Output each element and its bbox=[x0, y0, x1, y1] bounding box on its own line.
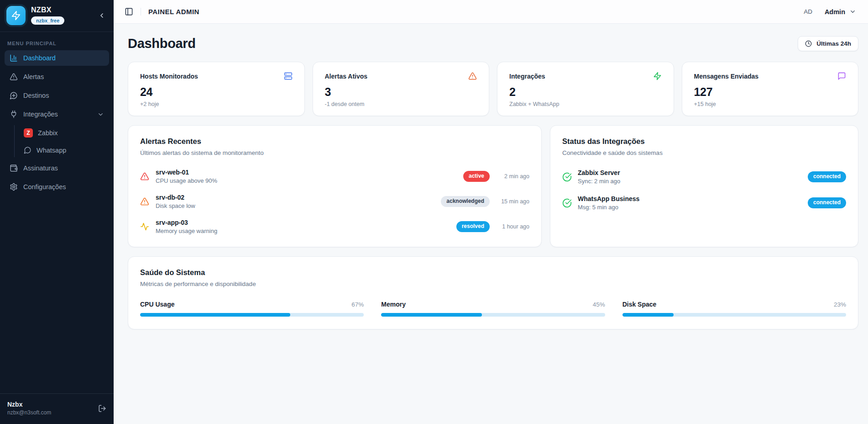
sidebar-subitem-label: Whatsapp bbox=[37, 147, 66, 154]
user-email: nzbx@n3soft.com bbox=[7, 409, 51, 416]
sidebar-item-label: Integrações bbox=[23, 111, 58, 118]
alert-triangle-icon bbox=[468, 72, 477, 80]
progress-bar-fill bbox=[140, 313, 290, 317]
alert-time: 2 min ago bbox=[496, 173, 529, 180]
integrations-status-card: Status das Integrações Conectividade e s… bbox=[550, 125, 858, 247]
alert-row: srv-db-02 Disk space low acknowledged 15… bbox=[140, 194, 529, 209]
sidebar-item-integracoes[interactable]: Integrações bbox=[5, 106, 109, 122]
stat-sub: Zabbix + WhatsApp bbox=[509, 101, 662, 107]
progress-bar bbox=[622, 313, 846, 317]
sidebar-nav: Dashboard Alertas Destinos Integrações Z… bbox=[0, 50, 114, 195]
topbar: PAINEL ADMIN AD Admin bbox=[114, 0, 868, 24]
connection-badge: connected bbox=[808, 197, 846, 208]
system-health-title: Saúde do Sistema bbox=[140, 268, 846, 277]
sidebar-item-alertas[interactable]: Alertas bbox=[5, 69, 109, 85]
zap-icon bbox=[653, 72, 662, 80]
chevron-down-icon bbox=[849, 8, 856, 15]
brand-logo bbox=[6, 6, 26, 25]
dashboard-content: Dashboard Últimas 24h Hosts Monitorados … bbox=[114, 24, 868, 424]
time-filter-button[interactable]: Últimas 24h bbox=[798, 36, 858, 51]
alert-host: srv-db-02 bbox=[156, 194, 195, 201]
stat-sub: +15 hoje bbox=[694, 101, 847, 107]
admin-user-menu[interactable]: Admin bbox=[825, 8, 856, 16]
stat-value: 24 bbox=[140, 85, 293, 99]
sidebar-item-label: Assinaturas bbox=[23, 164, 58, 172]
chevron-left-icon bbox=[98, 12, 105, 19]
gear-icon bbox=[10, 183, 18, 191]
stats-row: Hosts Monitorados 24 +2 hoje Alertas Ati… bbox=[128, 62, 858, 116]
check-circle-icon bbox=[562, 172, 572, 182]
sidebar-item-dashboard[interactable]: Dashboard bbox=[5, 50, 109, 66]
metric-label: Memory bbox=[381, 301, 406, 308]
stat-sub: -1 desde ontem bbox=[325, 101, 477, 107]
status-badge: resolved bbox=[456, 221, 490, 232]
alert-message: CPU usage above 90% bbox=[156, 177, 217, 184]
stat-value: 2 bbox=[509, 85, 662, 99]
sidebar-item-label: Alertas bbox=[23, 73, 44, 80]
sidebar-subitem-zabbix[interactable]: Z Zabbix bbox=[20, 125, 109, 141]
sidebar-subitem-whatsapp[interactable]: Whatsapp bbox=[20, 143, 109, 157]
chevron-down-icon bbox=[97, 111, 104, 118]
stat-value: 3 bbox=[325, 85, 477, 99]
alert-time: 15 min ago bbox=[496, 198, 529, 205]
metric-label: CPU Usage bbox=[140, 301, 174, 308]
time-filter-label: Últimas 24h bbox=[816, 40, 851, 47]
progress-bar bbox=[381, 313, 605, 317]
integration-row: WhatsApp Business Msg: 5 min ago connect… bbox=[562, 195, 846, 211]
alert-row: srv-web-01 CPU usage above 90% active 2 … bbox=[140, 169, 529, 184]
sidebar-subitem-label: Zabbix bbox=[38, 129, 58, 137]
alert-host: srv-web-01 bbox=[156, 169, 217, 176]
integration-name: Zabbix Server bbox=[578, 169, 620, 176]
sidebar-user-panel: Nzbx nzbx@n3soft.com bbox=[0, 393, 114, 424]
sidebar-item-label: Destinos bbox=[23, 92, 49, 99]
user-name: Nzbx bbox=[7, 401, 51, 408]
stat-card-integracoes: Integrações 2 Zabbix + WhatsApp bbox=[497, 62, 674, 116]
connection-badge: connected bbox=[808, 171, 846, 182]
recent-alerts-card: Alertas Recentes Últimos alertas do sist… bbox=[128, 125, 542, 247]
plan-badge: nzbx_free bbox=[31, 16, 64, 25]
alert-time: 1 hour ago bbox=[496, 223, 529, 230]
alert-message: Memory usage warning bbox=[156, 228, 217, 234]
message-square-icon bbox=[837, 72, 846, 80]
wallet-icon bbox=[10, 164, 18, 172]
avatar-initials: AD bbox=[804, 8, 812, 15]
integration-detail: Sync: 2 min ago bbox=[578, 178, 620, 185]
sidebar-item-assinaturas[interactable]: Assinaturas bbox=[5, 160, 109, 176]
check-circle-icon bbox=[562, 198, 572, 208]
system-health-subtitle: Métricas de performance e disponibilidad… bbox=[140, 281, 846, 287]
stat-sub: +2 hoje bbox=[140, 101, 293, 107]
sidebar-toggle-button[interactable] bbox=[123, 5, 135, 18]
stat-label: Integrações bbox=[509, 73, 545, 80]
sidebar-item-label: Configurações bbox=[23, 183, 66, 191]
logout-button[interactable] bbox=[98, 404, 106, 413]
panel-left-icon bbox=[125, 7, 133, 16]
admin-menu-label: Admin bbox=[825, 8, 845, 16]
brand-name: NZBX bbox=[31, 6, 64, 14]
integrations-submenu: Z Zabbix Whatsapp bbox=[14, 125, 109, 157]
metric-memory: Memory 45% bbox=[381, 301, 605, 317]
message-circle-plus-icon bbox=[10, 91, 18, 100]
integrations-status-title: Status das Integrações bbox=[562, 137, 846, 146]
stat-value: 127 bbox=[694, 85, 847, 99]
clock-icon bbox=[805, 40, 812, 47]
sidebar-header: NZBX nzbx_free bbox=[0, 0, 114, 32]
status-badge: acknowledged bbox=[441, 196, 490, 207]
zabbix-logo: Z bbox=[24, 128, 33, 138]
menu-section-label: MENU PRINCIPAL bbox=[0, 32, 114, 50]
metric-value: 67% bbox=[351, 301, 364, 308]
sidebar-collapse-button[interactable] bbox=[96, 10, 107, 21]
progress-bar-fill bbox=[622, 313, 674, 317]
sidebar-item-destinos[interactable]: Destinos bbox=[5, 88, 109, 103]
page-title: Dashboard bbox=[128, 36, 196, 51]
stat-card-mensagens: Mensagens Enviadas 127 +15 hoje bbox=[682, 62, 859, 116]
stat-label: Hosts Monitorados bbox=[140, 73, 198, 80]
stat-label: Alertas Ativos bbox=[325, 73, 368, 80]
alert-triangle-icon bbox=[140, 172, 149, 181]
alert-triangle-icon bbox=[140, 197, 149, 206]
server-icon bbox=[284, 72, 293, 80]
sidebar-item-configuracoes[interactable]: Configurações bbox=[5, 179, 109, 195]
zap-icon bbox=[11, 11, 21, 21]
stat-card-hosts: Hosts Monitorados 24 +2 hoje bbox=[128, 62, 305, 116]
metric-cpu: CPU Usage 67% bbox=[140, 301, 364, 317]
integration-row: Zabbix Server Sync: 2 min ago connected bbox=[562, 169, 846, 185]
